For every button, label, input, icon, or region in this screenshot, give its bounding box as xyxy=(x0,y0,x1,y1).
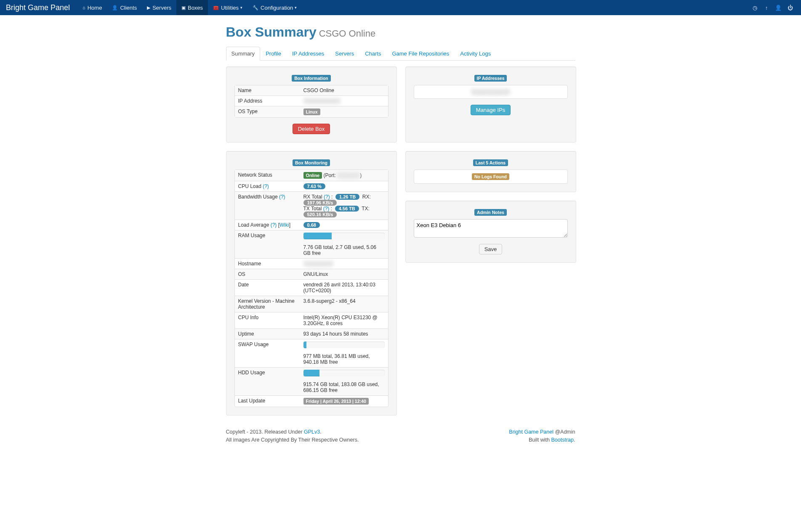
monitor-header: Box Monitoring xyxy=(293,159,330,166)
monitor-panel: Box Monitoring Network Status Online (Po… xyxy=(226,151,397,416)
load-help-link[interactable]: (?) xyxy=(271,222,277,228)
footer: Copyleft - 2013. Released Under GPLv3. A… xyxy=(226,428,575,444)
value-load: 0.68 xyxy=(300,220,388,230)
footer-admin: @Admin xyxy=(554,429,575,435)
delete-box-button[interactable]: Delete Box xyxy=(293,124,330,134)
home-icon: ⌂ xyxy=(82,5,85,10)
nav-home[interactable]: ⌂Home xyxy=(77,0,107,15)
label-cpuinfo: CPU Info xyxy=(235,312,300,328)
user-icon[interactable]: 👤 xyxy=(772,0,784,15)
label-date: Date xyxy=(235,279,300,296)
value-cpuinfo: Intel(R) Xeon(R) CPU E31230 @ 3.20GHz, 8… xyxy=(300,312,388,328)
label-bw: Bandwidth Usage (?) xyxy=(235,191,300,220)
wrench-icon: 🔧 xyxy=(253,5,258,11)
nav-servers-label: Servers xyxy=(152,5,171,11)
page-title: Box Summary xyxy=(226,24,317,40)
value-bw: RX Total (?) : 1.26 TB RX: 197.96 KB/s T… xyxy=(300,191,388,220)
label-uptime: Uptime xyxy=(235,328,300,339)
monitor-table: Network Status Online (Port: ████) CPU L… xyxy=(234,169,389,407)
value-date: vendredi 26 avril 2013, 13:40:03 (UTC+02… xyxy=(300,279,388,296)
tab-servers[interactable]: Servers xyxy=(330,47,359,61)
tabs: Summary Profile IP Addresses Servers Cha… xyxy=(226,47,575,61)
label-name: Name xyxy=(235,85,300,95)
nav-configuration[interactable]: 🔧Configuration▾ xyxy=(247,0,302,15)
ip-row: ████████ xyxy=(415,86,567,98)
tx-help-link[interactable]: (?) xyxy=(323,206,330,212)
tab-logs[interactable]: Activity Logs xyxy=(455,47,496,61)
bgp-link[interactable]: Bright Game Panel xyxy=(509,429,554,435)
value-hdd: 915.74 GB total, 183.08 GB used, 686.15 … xyxy=(300,367,388,395)
label-last: Last Update xyxy=(235,395,300,407)
tab-summary[interactable]: Summary xyxy=(226,47,261,61)
value-ram: 7.76 GB total, 2.7 GB used, 5.06 GB free xyxy=(300,230,388,258)
nav-config-label: Configuration xyxy=(261,5,293,11)
notes-textarea[interactable] xyxy=(414,219,568,238)
navbar: Bright Game Panel ⌂Home 👤Clients ▶Server… xyxy=(0,0,801,15)
notes-panel: Admin Notes Save xyxy=(405,201,576,263)
tab-profile[interactable]: Profile xyxy=(260,47,287,61)
briefcase-icon: 🧰 xyxy=(213,5,219,11)
swap-bar xyxy=(303,341,307,348)
tab-repos[interactable]: Game File Repositories xyxy=(386,47,455,61)
actions-table: No Logs Found xyxy=(414,169,568,184)
tab-ip[interactable]: IP Addresses xyxy=(287,47,330,61)
wiki-link[interactable]: Wiki xyxy=(279,222,289,228)
ip-header: IP Addresses xyxy=(474,75,507,82)
bw-help-link[interactable]: (?) xyxy=(279,194,285,200)
nav-boxes[interactable]: ▣Boxes xyxy=(176,0,208,15)
label-kernel: Kernel Version - Machine Architecture xyxy=(235,296,300,312)
upload-icon[interactable]: ↑ xyxy=(761,0,772,15)
nav-servers[interactable]: ▶Servers xyxy=(142,0,176,15)
value-ip: ████████ xyxy=(300,95,388,106)
label-net: Network Status xyxy=(235,170,300,181)
nav-clients-label: Clients xyxy=(120,5,137,11)
footer-built: Built with xyxy=(529,437,551,443)
tab-charts[interactable]: Charts xyxy=(359,47,386,61)
cpu-help-link[interactable]: (?) xyxy=(263,183,269,189)
value-last: Friday | April 26, 2013 | 12:40 xyxy=(300,395,388,407)
caret-icon: ▾ xyxy=(295,5,297,10)
value-os: Linux xyxy=(300,106,388,117)
brand[interactable]: Bright Game Panel xyxy=(5,3,77,12)
page-subtitle: CSGO Online xyxy=(319,28,376,39)
value-kernel: 3.6.8-superg2 - x86_64 xyxy=(300,296,388,312)
label-swap: SWAP Usage xyxy=(235,339,300,367)
page-header: Box SummaryCSGO Online xyxy=(226,20,575,42)
nav-boxes-label: Boxes xyxy=(188,5,203,11)
notes-header: Admin Notes xyxy=(474,209,507,216)
power-icon[interactable]: ⏻ xyxy=(784,0,796,15)
nav-utilities-label: Utilities xyxy=(221,5,239,11)
label-cpu: CPU Load (?) xyxy=(235,181,300,191)
value-host: ██████ xyxy=(300,258,388,269)
label-host: Hostname xyxy=(235,258,300,269)
label-hdd: HDD Usage xyxy=(235,367,300,395)
footer-copyleft: Copyleft - 2013. Released Under xyxy=(226,429,304,435)
label-os: OS Type xyxy=(235,106,300,117)
caret-icon: ▾ xyxy=(240,5,242,10)
gpl-link[interactable]: GPLv3 xyxy=(304,429,320,435)
ip-panel: IP Addresses ████████ Manage IPs xyxy=(405,66,576,143)
box-info-table: NameCSGO Online IP Address████████ OS Ty… xyxy=(234,85,389,118)
rx-help-link[interactable]: (?) xyxy=(324,194,330,200)
label-os2: OS xyxy=(235,269,300,279)
play-icon: ▶ xyxy=(147,5,150,11)
nav-utilities[interactable]: 🧰Utilities▾ xyxy=(208,0,247,15)
label-ip: IP Address xyxy=(235,95,300,106)
ram-bar xyxy=(303,233,332,239)
value-uptime: 93 days 14 hours 58 minutes xyxy=(300,328,388,339)
manage-ips-button[interactable]: Manage IPs xyxy=(471,105,511,115)
value-name: CSGO Online xyxy=(300,85,388,95)
user-icon: 👤 xyxy=(112,5,118,11)
no-logs-label: No Logs Found xyxy=(472,173,509,180)
value-swap: 977 MB total, 36.81 MB used, 940.18 MB f… xyxy=(300,339,388,367)
value-cpu: 7.63 % xyxy=(300,181,388,191)
value-os2: GNU/Linux xyxy=(300,269,388,279)
ip-table: ████████ xyxy=(414,85,568,99)
nav-clients[interactable]: 👤Clients xyxy=(107,0,142,15)
bootstrap-link[interactable]: Bootstrap xyxy=(551,437,574,443)
save-notes-button[interactable]: Save xyxy=(479,244,503,254)
value-net: Online (Port: ████) xyxy=(300,170,388,181)
box-info-panel: Box Information NameCSGO Online IP Addre… xyxy=(226,66,397,143)
hdd-bar xyxy=(303,370,320,376)
clock-icon[interactable]: ◷ xyxy=(749,0,761,15)
